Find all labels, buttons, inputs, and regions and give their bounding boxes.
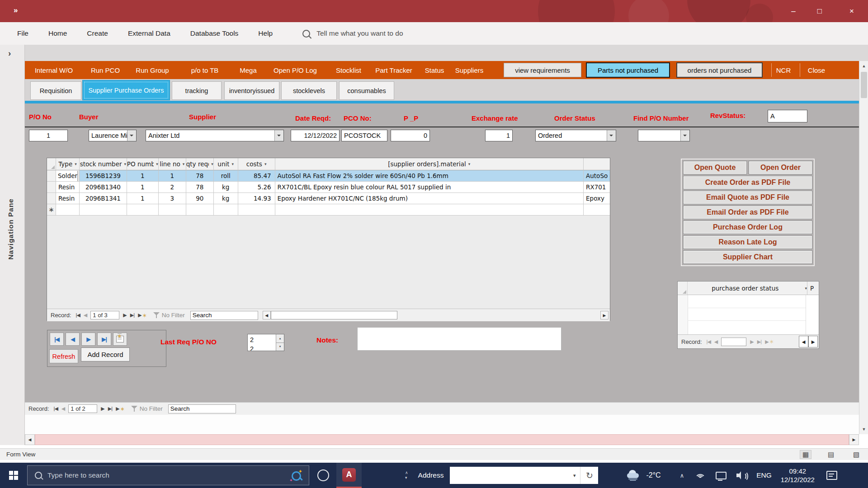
- cell-empty[interactable]: [584, 204, 610, 216]
- form-search-input[interactable]: Search: [168, 404, 236, 413]
- taskbar-access-app[interactable]: A: [336, 463, 362, 488]
- orders-not-purchased-button[interactable]: orders not purchased: [676, 62, 763, 78]
- chevron-down-icon[interactable]: [127, 130, 136, 141]
- col-header-line-no[interactable]: line no▾: [159, 158, 186, 170]
- weather-icon[interactable]: [627, 470, 642, 481]
- subtab-inventoryissued[interactable]: inventoryissued: [224, 81, 279, 100]
- col-header-qty-reqd[interactable]: qty reqd▾: [186, 158, 214, 170]
- last-record-button[interactable]: ▶|: [757, 339, 761, 345]
- menu-external-data[interactable]: External Data: [128, 29, 170, 38]
- next-record-button[interactable]: ▶: [81, 333, 95, 346]
- cell-costs[interactable]: 14.93: [238, 193, 275, 204]
- toolbar-stocklist[interactable]: Stocklist: [336, 61, 361, 79]
- speaker-icon[interactable]: [736, 471, 746, 479]
- close-button[interactable]: ×: [835, 0, 868, 22]
- spin-up-icon[interactable]: ▴: [276, 334, 284, 343]
- cell-stock-number[interactable]: 2096B1340: [80, 182, 127, 193]
- purchase-order-log-button[interactable]: Purchase Order Log: [683, 221, 812, 234]
- toolbar-mega[interactable]: Mega: [240, 61, 257, 79]
- cell-qty-reqd[interactable]: 90: [186, 193, 214, 204]
- form-view-icon[interactable]: ▦: [800, 450, 811, 459]
- chevron-down-icon[interactable]: ▾: [405, 476, 408, 480]
- show-hidden-icons-chevron[interactable]: ∧: [680, 472, 684, 479]
- filter-dropdown-icon[interactable]: ▾: [264, 162, 267, 166]
- cell-line-no[interactable]: 2: [159, 182, 186, 193]
- chevron-down-icon[interactable]: [274, 130, 283, 141]
- row-selector[interactable]: [47, 170, 56, 182]
- subtab-supplier-purchase-orders[interactable]: Supplier Purchase Orders: [82, 80, 170, 100]
- toolbar-status[interactable]: Status: [425, 61, 444, 79]
- expand-nav-pane-icon[interactable]: ›: [8, 48, 11, 58]
- no-filter-status[interactable]: No Filter: [140, 405, 163, 412]
- open-order-button[interactable]: Open Order: [749, 161, 812, 174]
- scroll-down-icon[interactable]: ▼: [859, 424, 868, 434]
- date-reqd-field[interactable]: 12/12/2022: [291, 130, 340, 141]
- horizontal-scrollbar-track[interactable]: [35, 434, 849, 445]
- scroll-right-icon[interactable]: ▶: [849, 434, 859, 445]
- toolbar-scroll-arrows[interactable]: ∧ ▾: [405, 471, 408, 480]
- new-record-button[interactable]: ∗: [113, 333, 127, 346]
- cell-overflow[interactable]: AutoSo: [584, 170, 610, 182]
- order-status-combo[interactable]: Ordered: [535, 130, 616, 141]
- menu-home[interactable]: Home: [48, 29, 67, 38]
- toolbar-ncr[interactable]: NCR: [776, 61, 791, 79]
- cell-overflow[interactable]: RX701: [584, 182, 610, 193]
- scroll-left-icon[interactable]: ◀: [25, 434, 35, 445]
- cell-unit[interactable]: kg: [214, 193, 238, 204]
- cell-empty[interactable]: [238, 204, 275, 216]
- first-record-button[interactable]: |◀: [50, 333, 64, 346]
- maximize-button[interactable]: □: [807, 0, 833, 22]
- subtab-stocklevels[interactable]: stocklevels: [281, 81, 337, 100]
- filter-dropdown-icon[interactable]: ▾: [211, 162, 213, 166]
- email-order-pdf-button[interactable]: Email Order as PDF File: [683, 206, 812, 219]
- toolbar-part-tracker[interactable]: Part Tracker: [375, 61, 412, 79]
- cell-qty-reqd[interactable]: 78: [186, 170, 214, 182]
- previous-record-button[interactable]: ◀: [714, 339, 717, 345]
- row-selector[interactable]: [47, 193, 56, 204]
- filter-dropdown-icon[interactable]: ▾: [183, 162, 185, 166]
- navigation-pane-title[interactable]: Navigation Pane: [7, 198, 15, 260]
- cell-type[interactable]: Solder: [56, 170, 80, 182]
- search-highlights-icon[interactable]: ✦ ✦: [291, 469, 302, 481]
- subtab-consumables[interactable]: consumables: [339, 81, 394, 100]
- start-button[interactable]: [0, 463, 27, 488]
- email-quote-pdf-button[interactable]: Email Quote as PDF File: [683, 191, 812, 204]
- subtab-tracking[interactable]: tracking: [172, 81, 222, 100]
- cell-type[interactable]: Resin: [56, 182, 80, 193]
- select-all-cell[interactable]: [678, 282, 688, 295]
- cell-empty[interactable]: [159, 204, 186, 216]
- scroll-right-icon[interactable]: ▶: [600, 311, 609, 319]
- p-p-field[interactable]: 0: [391, 130, 430, 141]
- parts-not-purchased-button[interactable]: Parts not purchased: [586, 62, 670, 78]
- cell-empty[interactable]: [186, 204, 214, 216]
- next-record-button[interactable]: ▶: [750, 339, 753, 345]
- vertical-scrollbar-thumb[interactable]: [861, 72, 867, 98]
- quick-access-toolbar-chevron-icon[interactable]: »: [14, 6, 18, 15]
- record-position[interactable]: 1 of 3: [90, 311, 119, 319]
- scroll-left-icon[interactable]: ◀: [263, 311, 271, 319]
- address-combo[interactable]: ▾: [450, 467, 580, 484]
- chevron-down-icon[interactable]: [607, 130, 616, 141]
- toolbar-run-pco[interactable]: Run PCO: [91, 61, 120, 79]
- new-record-button[interactable]: ▶: [765, 339, 768, 345]
- cell-type[interactable]: Resin: [56, 193, 80, 204]
- vertical-scrollbar[interactable]: ▲ ▼: [859, 61, 868, 434]
- select-all-cell[interactable]: [47, 158, 56, 170]
- cell-empty[interactable]: [80, 204, 127, 216]
- taskbar-search-box[interactable]: Type here to search ✦ ✦: [27, 465, 309, 485]
- cell-empty[interactable]: [275, 204, 584, 216]
- datasheet-search-input[interactable]: Search: [190, 311, 258, 320]
- scroll-up-icon[interactable]: ▲: [859, 61, 868, 71]
- clock[interactable]: 09:42 12/12/2022: [781, 467, 815, 484]
- add-record-button[interactable]: Add Record: [81, 347, 130, 361]
- subtab-requisition[interactable]: Requisition: [30, 81, 81, 100]
- cell-costs[interactable]: 5.26: [238, 182, 275, 193]
- first-record-button[interactable]: |◀: [76, 312, 80, 318]
- new-record-icon[interactable]: ∗: [47, 204, 56, 216]
- menu-file[interactable]: File: [17, 29, 28, 38]
- next-record-button[interactable]: ▶: [123, 312, 126, 318]
- design-view-icon[interactable]: ▧: [851, 450, 862, 459]
- cell-overflow[interactable]: Epoxy: [584, 193, 610, 204]
- new-record-row[interactable]: ∗: [47, 204, 610, 216]
- record-position[interactable]: 1 of 2: [68, 404, 97, 413]
